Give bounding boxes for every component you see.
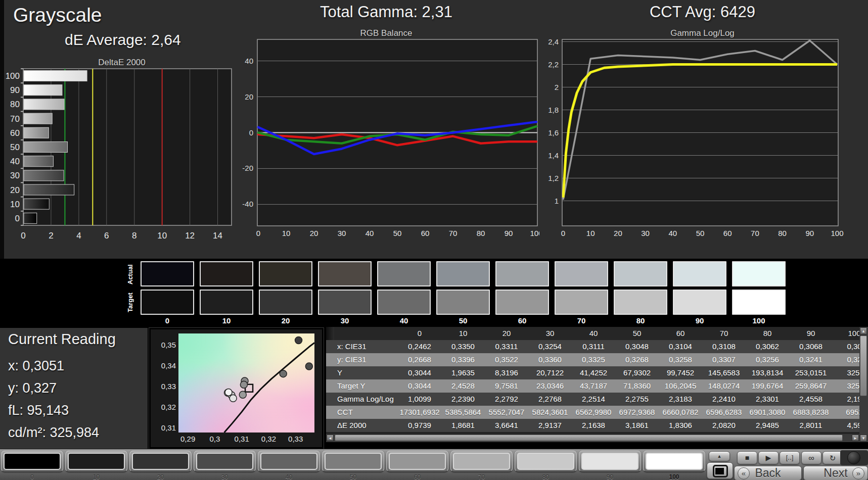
cct-average-readout: CCT Avg: 6429 [537,3,868,21]
actual-swatch-20 [259,261,312,286]
cell-y-CIE31-100: 0,32 [833,353,859,366]
back-arrow-icon: « [738,467,750,479]
pattern-label-10: 10 [65,473,127,480]
pattern-cell-0[interactable] [1,451,63,472]
svg-text:6: 6 [104,231,109,241]
pattern-label-90: 90 [579,473,641,480]
cell-x-CIE31-60: 0,3104 [659,340,702,353]
cell-Gamma-Log-Log-20: 2,2792 [485,393,528,406]
pattern-label-60: 60 [386,473,448,480]
scroll-left-button[interactable]: ◄ [327,435,334,441]
svg-text:1,4: 1,4 [548,151,559,160]
pattern-cell-50[interactable] [322,451,384,472]
gamma-loglog-line-chart: 2,42,221,81,61,41,2101020304050607080901… [537,35,868,237]
cie-y-tick: 0,31 [152,423,176,432]
refresh-button[interactable]: ↻ [823,451,843,464]
pattern-cell-20[interactable] [129,451,192,472]
svg-text:20: 20 [10,185,20,195]
cie-y-tick: 0,35 [152,341,176,349]
cell-y-CIE31-20: 0,3522 [485,353,528,366]
row-label: x: CIE31 [334,340,398,353]
continuous-read-button[interactable]: ∞ [801,451,821,464]
svg-text:0: 0 [21,231,25,241]
svg-text:20: 20 [310,229,318,237]
table-header-0: 0 [398,327,441,340]
actual-row-label: Actual [126,262,139,287]
horizontal-scroll-thumb[interactable] [335,435,843,441]
scroll-right-button[interactable]: ► [852,435,859,441]
cell--E-2000-60: 1,8306 [659,419,702,432]
cell-Target-Y-50: 71,8360 [615,379,659,393]
row-gutter [326,366,334,379]
pattern-cell-10[interactable] [65,451,127,472]
actual-swatch-80 [614,261,667,286]
scroll-down-button[interactable]: ▼ [860,435,867,442]
scroll-up-button[interactable]: ▲ [860,327,867,334]
cell-Gamma-Log-Log-10: 2,2390 [441,393,485,406]
current-reading-title: Current Reading [8,331,116,348]
svg-text:8: 8 [132,231,136,241]
swatch-level-label-40: 40 [377,316,431,325]
target-row-label: Target [126,290,139,315]
svg-text:4: 4 [76,231,81,241]
cell-Y-100: 325, [833,366,859,379]
row-gutter [326,393,334,406]
target-swatch-80 [614,290,667,315]
cell--E-2000-70: 2,0820 [702,419,746,432]
vertical-scroll-thumb[interactable] [860,335,867,396]
cell-CCT-80: 6901,3080 [746,406,789,419]
read-series-button[interactable]: [‥] [780,451,800,464]
pattern-cell-60[interactable] [386,451,448,472]
table-horizontal-scrollbar[interactable]: ◄ ► [326,434,859,442]
pattern-cell-80[interactable] [515,451,577,472]
row-gutter [326,406,334,419]
actual-swatch-100 [732,261,786,286]
cell-CCT-30: 5824,3601 [528,406,572,419]
actual-swatch-90 [673,261,726,286]
actual-swatch-70 [555,261,608,286]
cie-y-tick: 0,33 [152,382,176,391]
pattern-cell-100[interactable] [643,451,705,472]
cell--E-2000-10: 1,8681 [441,419,485,432]
pattern-label-50: 50 [322,473,384,480]
row-label: CCT [334,406,398,419]
table-vertical-scrollbar[interactable]: ▲ ▼ [859,327,868,442]
back-button-label: Back [755,466,781,480]
target-swatch-0 [141,290,194,315]
swatch-level-label-30: 30 [318,316,372,325]
svg-text:10: 10 [157,231,167,241]
play-button[interactable]: ▶ [758,451,779,464]
reading-y-value: y: 0,327 [8,380,57,396]
collapse-bar-button[interactable]: ▲ [709,451,730,461]
svg-text:40: 40 [245,57,253,65]
pattern-swatch-90 [581,453,638,470]
cie-x-tick: 0,32 [259,435,278,443]
target-swatch-50 [436,290,490,315]
swatch-level-label-90: 90 [673,316,726,325]
stop-button[interactable]: ■ [737,451,757,464]
cell-Target-Y-90: 259,8647 [789,379,833,393]
pattern-cell-30[interactable] [194,451,256,472]
display-pattern-button[interactable] [707,462,733,479]
charts-band: Grayscale dE Average: 2,64 DeltaE 2000 T… [0,0,868,259]
next-button[interactable]: Next » [803,466,868,480]
svg-text:0: 0 [15,214,20,223]
svg-text:20: 20 [245,92,253,101]
pattern-swatch-40 [260,453,317,470]
cell-y-CIE31-70: 0,3307 [702,353,746,366]
cell-CCT-20: 5552,7047 [485,406,528,419]
back-button[interactable]: « Back [734,466,802,480]
cell-Y-20: 8,3196 [485,366,528,379]
pattern-cell-90[interactable] [579,451,641,472]
row-label: y: CIE31 [334,353,398,366]
pattern-cell-40[interactable] [258,451,320,472]
row-label: ΔE 2000 [334,419,398,432]
cell-Target-Y-80: 199,6764 [746,379,789,393]
svg-text:90: 90 [505,229,513,237]
knob-button[interactable] [847,451,860,464]
svg-text:0: 0 [256,229,260,237]
pattern-cell-70[interactable] [450,451,513,472]
cell-Y-90: 253,0151 [789,366,833,379]
calibration-app-window: Grayscale dE Average: 2,64 DeltaE 2000 T… [0,0,868,480]
pattern-swatch-80 [517,453,574,470]
